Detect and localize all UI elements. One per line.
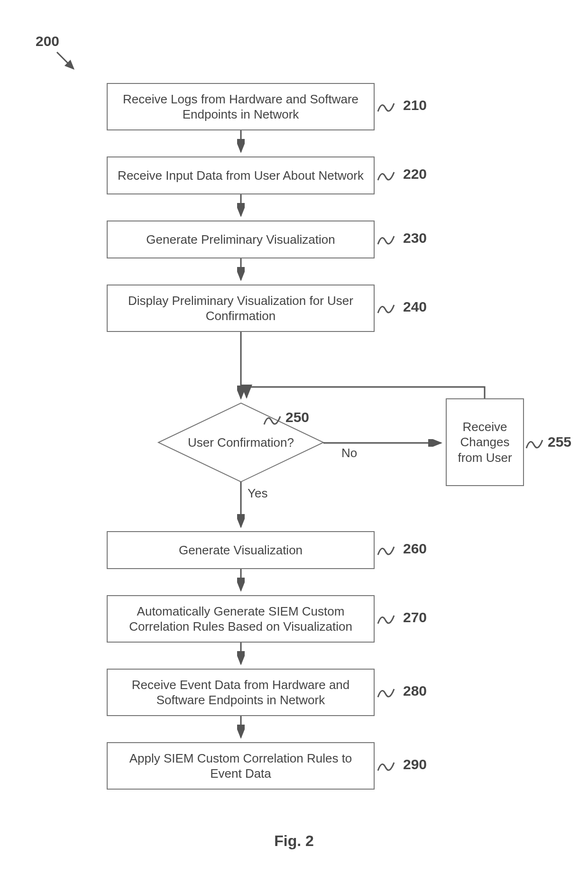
step-text: Display Preliminary Visualization for Us… [113, 293, 368, 324]
ref-connector-icon [525, 436, 544, 451]
step-box-220: Receive Input Data from User About Netwo… [107, 156, 375, 194]
step-ref-290: 290 [403, 756, 427, 773]
step-ref-270: 270 [403, 609, 427, 625]
step-text: Generate Visualization [179, 543, 303, 558]
figure-ref-arrow [55, 50, 83, 80]
ref-connector-icon [377, 301, 396, 315]
ref-connector-icon [377, 168, 396, 183]
step-box-270: Automatically Generate SIEM Custom Corre… [107, 595, 375, 643]
figure-caption: Fig. 2 [247, 832, 341, 850]
arrow-down [237, 332, 245, 405]
decision-ref: 250 [285, 409, 309, 425]
arrow-down [237, 194, 245, 222]
step-box-260: Generate Visualization [107, 531, 375, 569]
ref-connector-icon [377, 759, 396, 773]
step-box-210: Receive Logs from Hardware and Software … [107, 83, 375, 130]
arrow-down [237, 643, 245, 671]
step-box-230: Generate Preliminary Visualization [107, 221, 375, 258]
arrow-down [237, 258, 245, 286]
step-ref-210: 210 [403, 97, 427, 113]
step-text: Receive Event Data from Hardware and Sof… [113, 677, 368, 708]
step-box-240: Display Preliminary Visualization for Us… [107, 285, 375, 332]
flowchart-canvas: 200 Receive Logs from Hardware and Softw… [0, 0, 588, 883]
ref-connector-icon [377, 543, 396, 557]
step-ref-240: 240 [403, 299, 427, 315]
ref-connector-icon [377, 612, 396, 626]
step-box-290: Apply SIEM Custom Correlation Rules to E… [107, 742, 375, 790]
side-box-255: Receive Changes from User [446, 398, 524, 486]
step-ref-260: 260 [403, 541, 427, 557]
step-text: Automatically Generate SIEM Custom Corre… [113, 604, 368, 635]
step-ref-230: 230 [403, 230, 427, 246]
ref-connector-icon [377, 100, 396, 114]
svg-line-0 [57, 52, 74, 69]
step-text: Receive Input Data from User About Netwo… [118, 168, 364, 184]
no-label: No [341, 446, 357, 460]
figure-ref-number: 200 [36, 33, 59, 49]
ref-connector-icon [377, 685, 396, 699]
step-text: Generate Preliminary Visualization [146, 232, 335, 248]
decision-text: User Confirmation? [179, 435, 303, 450]
yes-label: Yes [248, 486, 267, 501]
step-text: Apply SIEM Custom Correlation Rules to E… [113, 751, 368, 782]
arrow-down [237, 569, 245, 597]
step-text: Receive Logs from Hardware and Software … [113, 92, 368, 122]
arrow-down-yes [237, 482, 245, 533]
arrow-down [237, 130, 245, 158]
step-box-280: Receive Event Data from Hardware and Sof… [107, 669, 375, 716]
ref-connector-icon [377, 232, 396, 247]
step-ref-280: 280 [403, 683, 427, 699]
arrow-down [237, 716, 245, 744]
side-box-text: Receive Changes from User [452, 419, 517, 466]
side-box-ref: 255 [548, 434, 571, 450]
step-ref-220: 220 [403, 166, 427, 182]
